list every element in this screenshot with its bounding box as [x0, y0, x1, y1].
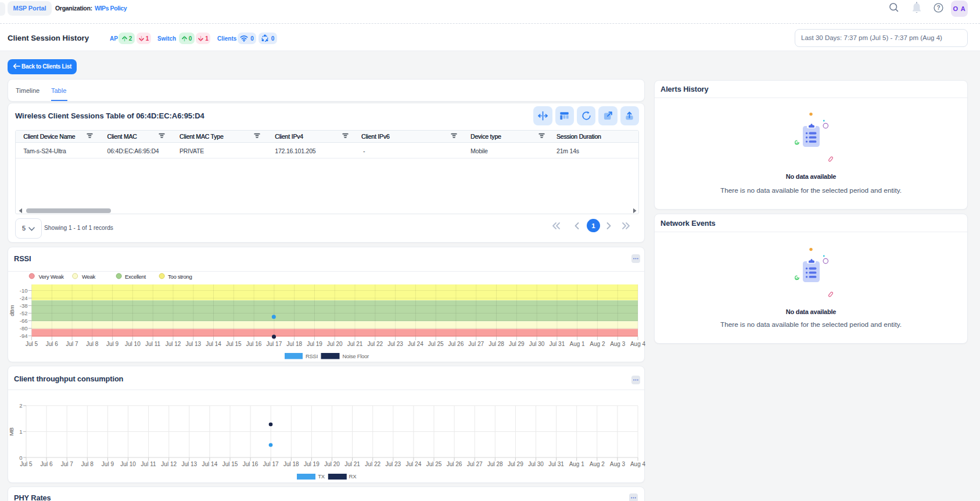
svg-text:Jul 11: Jul 11: [141, 461, 156, 467]
svg-text:Jul 18: Jul 18: [283, 461, 299, 467]
svg-text:Noise Floor: Noise Floor: [343, 353, 369, 359]
svg-text:Aug 4: Aug 4: [630, 461, 645, 467]
svg-text:Jul 31: Jul 31: [550, 341, 565, 347]
svg-text:Jul 5: Jul 5: [20, 461, 33, 467]
svg-text:Jul 28: Jul 28: [489, 341, 504, 347]
svg-text:Jul 20: Jul 20: [327, 341, 343, 347]
svg-text:Jul 16: Jul 16: [243, 461, 259, 467]
svg-text:-80: -80: [20, 325, 28, 331]
svg-text:-52: -52: [20, 310, 28, 316]
svg-text:Aug 2: Aug 2: [590, 461, 605, 467]
svg-text:2: 2: [19, 402, 22, 409]
svg-text:Aug 3: Aug 3: [610, 461, 626, 467]
svg-text:Jul 29: Jul 29: [509, 341, 525, 347]
svg-text:Jul 30: Jul 30: [528, 461, 544, 467]
svg-text:Jul 11: Jul 11: [145, 341, 160, 347]
svg-text:dBm: dBm: [9, 305, 15, 316]
svg-text:Jul 6: Jul 6: [41, 461, 53, 467]
svg-text:Jul 16: Jul 16: [246, 341, 262, 347]
svg-text:Jul 28: Jul 28: [487, 461, 503, 467]
svg-text:Jul 8: Jul 8: [86, 341, 99, 347]
svg-text:MB: MB: [9, 427, 15, 435]
svg-text:Jul 12: Jul 12: [161, 461, 177, 467]
svg-text:Jul 23: Jul 23: [387, 341, 403, 347]
svg-text:Jul 26: Jul 26: [448, 341, 464, 347]
svg-text:Aug 2: Aug 2: [590, 341, 605, 347]
svg-text:-94: -94: [20, 333, 28, 339]
svg-text:Jul 15: Jul 15: [222, 461, 238, 467]
svg-text:Jul 24: Jul 24: [408, 341, 423, 347]
svg-text:-38: -38: [20, 302, 28, 309]
svg-text:Jul 20: Jul 20: [324, 461, 340, 467]
svg-text:Jul 9: Jul 9: [106, 341, 119, 347]
svg-text:RX: RX: [349, 473, 357, 480]
svg-text:Jul 19: Jul 19: [304, 461, 320, 467]
svg-text:Jul 25: Jul 25: [426, 461, 442, 467]
svg-text:Jul 6: Jul 6: [46, 341, 59, 347]
svg-text:0: 0: [19, 455, 22, 461]
svg-text:Jul 10: Jul 10: [125, 341, 141, 347]
svg-text:Jul 31: Jul 31: [548, 461, 564, 467]
svg-text:1: 1: [591, 222, 595, 229]
svg-text:RSSI: RSSI: [306, 353, 318, 359]
svg-text:Weak: Weak: [82, 273, 95, 280]
svg-text:Jul 12: Jul 12: [166, 341, 181, 347]
svg-text:Jul 17: Jul 17: [267, 341, 282, 347]
svg-text:Jul 22: Jul 22: [367, 341, 383, 347]
svg-text:Jul 14: Jul 14: [202, 461, 218, 467]
svg-text:Jul 8: Jul 8: [81, 461, 94, 467]
svg-text:Too strong: Too strong: [168, 273, 192, 280]
svg-text:Jul 27: Jul 27: [468, 341, 484, 347]
svg-text:Jul 25: Jul 25: [428, 341, 444, 347]
svg-text:Jul 30: Jul 30: [529, 341, 545, 347]
svg-text:-10: -10: [20, 287, 28, 294]
svg-text:Excellent: Excellent: [125, 273, 146, 280]
svg-text:Very Weak: Very Weak: [39, 273, 64, 280]
svg-text:Jul 21: Jul 21: [344, 461, 360, 467]
svg-text:Jul 17: Jul 17: [263, 461, 279, 467]
svg-text:Jul 24: Jul 24: [406, 461, 422, 467]
svg-text:Jul 18: Jul 18: [286, 341, 302, 347]
svg-text:?: ?: [936, 5, 940, 11]
svg-text:Jul 9: Jul 9: [102, 461, 114, 467]
svg-text:Jul 13: Jul 13: [181, 461, 197, 467]
svg-text:Jul 7: Jul 7: [66, 341, 79, 347]
svg-text:Jul 7: Jul 7: [61, 461, 74, 467]
svg-text:Jul 27: Jul 27: [467, 461, 483, 467]
svg-text:Aug 1: Aug 1: [570, 341, 586, 347]
svg-text:Jul 5: Jul 5: [26, 341, 38, 347]
svg-text:Aug 1: Aug 1: [569, 461, 585, 467]
svg-text:-24: -24: [20, 295, 28, 301]
svg-text:Jul 13: Jul 13: [185, 341, 201, 347]
svg-text:Aug 4: Aug 4: [630, 341, 645, 347]
svg-text:Jul 10: Jul 10: [120, 461, 136, 467]
svg-text:Jul 23: Jul 23: [385, 461, 401, 467]
svg-text:TX: TX: [318, 473, 325, 480]
svg-text:-66: -66: [20, 318, 28, 324]
svg-text:Jul 21: Jul 21: [347, 341, 363, 347]
svg-text:1: 1: [19, 428, 22, 435]
svg-text:Aug 3: Aug 3: [610, 341, 626, 347]
svg-text:Jul 29: Jul 29: [508, 461, 523, 467]
svg-text:Jul 26: Jul 26: [447, 461, 462, 467]
svg-text:Jul 15: Jul 15: [226, 341, 242, 347]
svg-text:Jul 19: Jul 19: [307, 341, 322, 347]
svg-text:Jul 22: Jul 22: [365, 461, 380, 467]
svg-text:Jul 14: Jul 14: [206, 341, 221, 347]
